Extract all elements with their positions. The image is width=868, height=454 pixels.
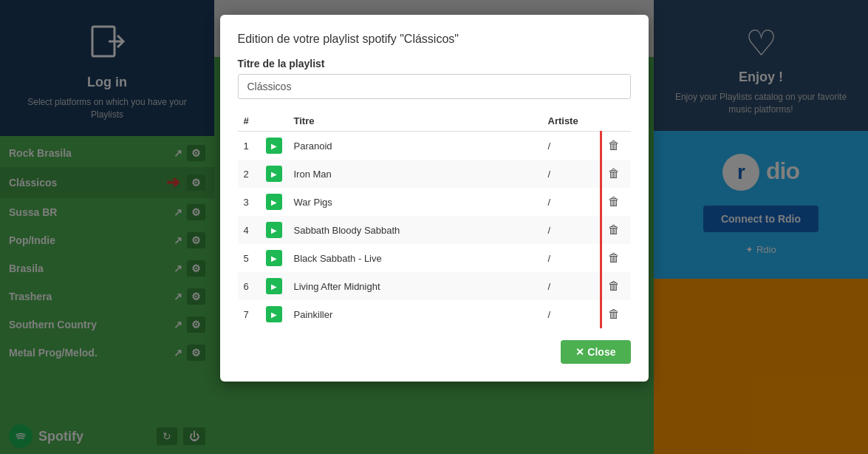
track-number: 2 [238,160,260,188]
play-cell: ▶ [260,132,288,160]
track-title: Iron Man [288,160,542,188]
track-artist: / [542,132,601,160]
track-artist: / [542,188,601,216]
playlist-name-input[interactable] [238,74,631,99]
play-button[interactable]: ▶ [266,138,282,154]
delete-button[interactable]: 🗑 [605,278,623,294]
track-title: Painkiller [288,300,542,328]
delete-cell: 🗑 [601,272,631,300]
track-artist: / [542,160,601,188]
modal-overlay: Edition de votre playlist spotify "Cláss… [0,0,868,454]
app-layout: Log in Select platforms on which you hav… [0,0,868,454]
table-row: 6 ▶ Living After Midnight / 🗑 [238,272,631,300]
col-number: # [238,111,260,132]
table-row: 4 ▶ Sabbath Bloody Sabbath / 🗑 [238,216,631,244]
delete-cell: 🗑 [601,244,631,272]
delete-cell: 🗑 [601,160,631,188]
track-number: 4 [238,216,260,244]
delete-button[interactable]: 🗑 [605,250,623,266]
delete-button[interactable]: 🗑 [605,306,623,322]
delete-button[interactable]: 🗑 [605,194,623,210]
table-row: 1 ▶ Paranoid / 🗑 [238,132,631,160]
play-button[interactable]: ▶ [266,194,282,210]
track-number: 5 [238,244,260,272]
play-cell: ▶ [260,244,288,272]
track-artist: / [542,300,601,328]
tracks-table: # Titre Artiste 1 ▶ Paranoid / 🗑 2 ▶ Iro [238,111,631,328]
table-row: 2 ▶ Iron Man / 🗑 [238,160,631,188]
track-number: 6 [238,272,260,300]
col-play [260,111,288,132]
play-cell: ▶ [260,216,288,244]
play-cell: ▶ [260,272,288,300]
play-button[interactable]: ▶ [266,250,282,266]
delete-cell: 🗑 [601,188,631,216]
table-row: 7 ▶ Painkiller / 🗑 [238,300,631,328]
track-title: Paranoid [288,132,542,160]
track-title: War Pigs [288,188,542,216]
table-row: 3 ▶ War Pigs / 🗑 [238,188,631,216]
track-artist: / [542,272,601,300]
delete-cell: 🗑 [601,216,631,244]
play-button[interactable]: ▶ [266,222,282,238]
col-artist: Artiste [542,111,601,132]
play-cell: ▶ [260,300,288,328]
track-title: Living After Midnight [288,272,542,300]
track-number: 7 [238,300,260,328]
track-number: 3 [238,188,260,216]
modal-title: Edition de votre playlist spotify "Cláss… [238,33,631,46]
edit-playlist-modal: Edition de votre playlist spotify "Cláss… [220,15,649,382]
play-cell: ▶ [260,160,288,188]
track-title: Black Sabbath - Live [288,244,542,272]
col-action [601,111,631,132]
play-button[interactable]: ▶ [266,166,282,182]
playlist-field-label: Titre de la playlist [238,58,631,70]
delete-cell: 🗑 [601,300,631,328]
play-cell: ▶ [260,188,288,216]
delete-button[interactable]: 🗑 [605,166,623,182]
col-title: Titre [288,111,542,132]
delete-button[interactable]: 🗑 [605,222,623,238]
close-button[interactable]: ✕ Close [561,340,630,364]
track-title: Sabbath Bloody Sabbath [288,216,542,244]
track-artist: / [542,244,601,272]
track-artist: / [542,216,601,244]
delete-button[interactable]: 🗑 [605,138,623,154]
modal-footer: ✕ Close [238,340,631,364]
play-button[interactable]: ▶ [266,278,282,294]
track-number: 1 [238,132,260,160]
delete-cell: 🗑 [601,132,631,160]
play-button[interactable]: ▶ [266,306,282,322]
table-row: 5 ▶ Black Sabbath - Live / 🗑 [238,244,631,272]
